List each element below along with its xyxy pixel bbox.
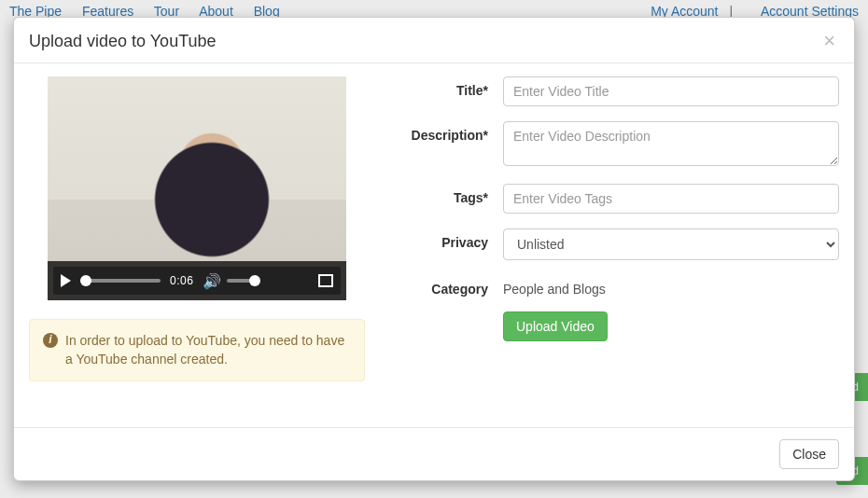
info-icon: i: [43, 333, 58, 348]
video-time: 0:06: [170, 274, 193, 287]
upload-video-button[interactable]: Upload Video: [503, 311, 608, 341]
fullscreen-icon[interactable]: [318, 274, 333, 287]
video-preview[interactable]: 0:06 🔊: [48, 76, 346, 300]
modal-title: Upload video to YouTube: [29, 32, 217, 51]
category-label: Category: [402, 275, 503, 297]
upload-youtube-modal: Upload video to YouTube × 0:06 🔊: [13, 17, 855, 481]
category-value: People and Blogs: [503, 275, 839, 297]
tags-input[interactable]: [503, 184, 839, 214]
title-label: Title*: [402, 76, 503, 98]
modal-body: 0:06 🔊 i In order to upload to YouTube, …: [14, 63, 854, 427]
volume-slider[interactable]: [227, 279, 259, 283]
volume-icon[interactable]: 🔊: [203, 272, 221, 290]
play-icon[interactable]: [61, 274, 71, 287]
close-icon[interactable]: ×: [819, 31, 839, 51]
privacy-label: Privacy: [402, 228, 503, 250]
modal-footer: Close: [14, 427, 854, 480]
seek-slider[interactable]: [80, 279, 161, 283]
close-button[interactable]: Close: [779, 439, 839, 469]
description-label: Description*: [402, 121, 503, 143]
upload-form: Title* Description* Tags*: [402, 76, 839, 381]
title-input[interactable]: [503, 76, 839, 106]
tags-label: Tags*: [402, 184, 503, 205]
video-controls: 0:06 🔊: [53, 267, 341, 295]
modal-header: Upload video to YouTube ×: [14, 18, 854, 63]
alert-text: In order to upload to YouTube, you need …: [65, 331, 351, 369]
privacy-select[interactable]: Unlisted: [503, 228, 839, 260]
info-alert: i In order to upload to YouTube, you nee…: [29, 319, 365, 381]
description-input[interactable]: [503, 121, 839, 166]
